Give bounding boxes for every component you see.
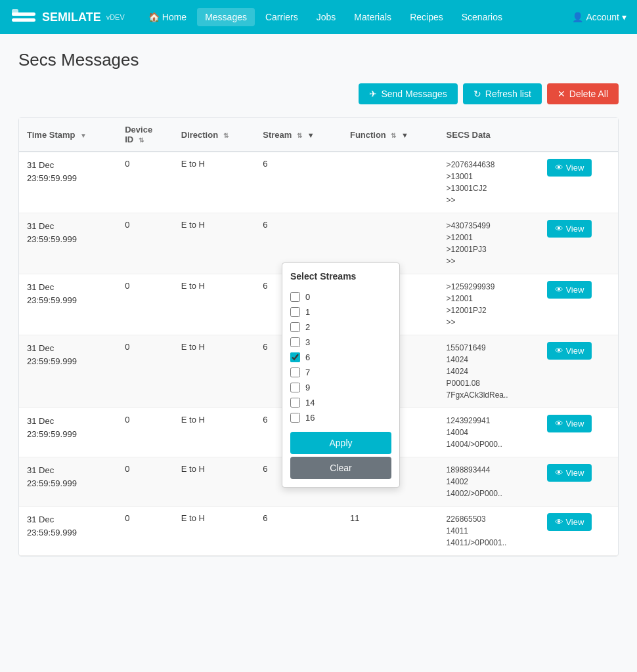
cell-secs-data-2: >1259299939>12001>12001PJ2>> <box>439 274 539 335</box>
view-button-5[interactable]: 👁 View <box>547 464 592 482</box>
page-title: Secs Messages <box>18 50 619 70</box>
filter-checkbox-14[interactable] <box>290 398 300 408</box>
svg-rect-2 <box>12 9 18 16</box>
cell-action-5: 👁 View <box>539 457 618 507</box>
filter-dropdown-title: Select Streams <box>290 271 391 282</box>
account-icon: 👤 <box>572 12 583 22</box>
brand-logo <box>11 7 37 27</box>
nav-jobs[interactable]: Jobs <box>309 8 344 26</box>
send-messages-label: Send Messages <box>381 89 447 99</box>
th-direction: Direction ⇅ <box>173 118 255 152</box>
view-button-0[interactable]: 👁 View <box>547 159 592 177</box>
svg-rect-1 <box>12 18 35 22</box>
filter-label-7: 7 <box>305 368 310 377</box>
filter-checkbox-9[interactable] <box>290 383 300 392</box>
table-row: 31 Dec23:59:59.9990E to H611226865503140… <box>19 507 618 556</box>
filter-option-1: 1 <box>290 304 391 320</box>
brand-version: vDEV <box>106 13 125 21</box>
cell-direction-4: E to H <box>173 408 255 457</box>
nav-messages[interactable]: Messages <box>197 8 255 26</box>
sort-icon-device-id[interactable]: ⇅ <box>139 136 144 144</box>
cell-direction-1: E to H <box>173 213 255 274</box>
cell-device-id-0: 0 <box>117 152 173 213</box>
cell-direction-6: E to H <box>173 507 255 556</box>
clear-filter-button[interactable]: Clear <box>290 457 391 479</box>
filter-option-7: 7 <box>290 365 391 380</box>
refresh-icon: ↻ <box>473 89 481 99</box>
cell-direction-3: E to H <box>173 335 255 408</box>
delete-all-label: Delete All <box>569 89 608 99</box>
function-filter-icon[interactable]: ▼ <box>401 131 408 139</box>
cell-secs-data-6: 2268655031401114011/>0P0001.. <box>439 507 539 556</box>
cell-direction-2: E to H <box>173 274 255 335</box>
filter-checkbox-16[interactable] <box>290 413 300 423</box>
sort-icon-stream[interactable]: ⇅ <box>297 132 302 139</box>
delete-icon: ✕ <box>558 89 565 99</box>
filter-checkbox-1[interactable] <box>290 307 300 317</box>
stream-filter-icon[interactable]: ▼ <box>307 131 315 139</box>
th-actions <box>539 118 618 152</box>
th-function-label: Function <box>350 130 386 140</box>
send-messages-button[interactable]: ✈ Send Messages <box>359 83 457 104</box>
cell-stream-6: 6 <box>255 507 342 556</box>
filter-checkbox-7[interactable] <box>290 368 300 377</box>
table-row: 31 Dec23:59:59.9990E to H6>2076344638>13… <box>19 152 618 213</box>
cell-timestamp-5: 31 Dec23:59:59.999 <box>19 457 117 507</box>
th-function: Function ⇅ ▼ <box>342 118 439 152</box>
apply-filter-button[interactable]: Apply <box>290 432 391 454</box>
delete-all-button[interactable]: ✕ Delete All <box>547 83 619 104</box>
filter-option-0: 0 <box>290 289 391 304</box>
view-button-3[interactable]: 👁 View <box>547 342 592 360</box>
cell-function-6: 11 <box>342 507 439 556</box>
cell-device-id-6: 0 <box>117 507 173 556</box>
sort-icon-function[interactable]: ⇅ <box>391 132 396 139</box>
filter-actions: Apply Clear <box>290 432 391 479</box>
account-menu[interactable]: 👤 Account ▾ <box>572 12 626 22</box>
filter-checkbox-6[interactable] <box>290 352 300 362</box>
cell-direction-0: E to H <box>173 152 255 213</box>
refresh-list-button[interactable]: ↻ Refresh list <box>463 83 542 104</box>
view-button-2[interactable]: 👁 View <box>547 281 592 299</box>
stream-filter-dropdown: Select Streams 01236791416 Apply Clear <box>282 262 400 488</box>
sort-icon-timestamp[interactable]: ▼ <box>80 132 87 139</box>
view-button-6[interactable]: 👁 View <box>547 513 592 531</box>
filter-label-16: 16 <box>305 413 315 423</box>
filter-option-2: 2 <box>290 320 391 335</box>
th-secs-data-label: SECS Data <box>447 130 491 140</box>
filter-label-14: 14 <box>305 398 315 408</box>
cell-secs-data-0: >2076344638>13001>13001CJ2>> <box>439 152 539 213</box>
filter-checkbox-3[interactable] <box>290 337 300 347</box>
brand-name: SEMILATE <box>42 10 101 24</box>
cell-timestamp-6: 31 Dec23:59:59.999 <box>19 507 117 556</box>
filter-label-3: 3 <box>305 337 310 347</box>
send-icon: ✈ <box>369 89 377 99</box>
cell-timestamp-2: 31 Dec23:59:59.999 <box>19 274 117 335</box>
filter-option-14: 14 <box>290 395 391 410</box>
filter-checkbox-0[interactable] <box>290 292 300 302</box>
nav-recipes[interactable]: Recipes <box>402 8 451 26</box>
brand: SEMILATE vDEV <box>11 7 125 27</box>
view-button-4[interactable]: 👁 View <box>547 415 592 432</box>
view-button-1[interactable]: 👁 View <box>547 220 592 238</box>
filter-checkbox-2[interactable] <box>290 322 300 332</box>
cell-action-3: 👁 View <box>539 335 618 408</box>
chevron-down-icon: ▾ <box>622 12 626 22</box>
cell-timestamp-3: 31 Dec23:59:59.999 <box>19 335 117 408</box>
cell-device-id-2: 0 <box>117 274 173 335</box>
cell-secs-data-5: 18988934441400214002/>0P000.. <box>439 457 539 507</box>
filter-label-9: 9 <box>305 383 310 392</box>
sort-icon-direction[interactable]: ⇅ <box>223 132 229 139</box>
cell-device-id-4: 0 <box>117 408 173 457</box>
nav-home[interactable]: 🏠 Home <box>141 8 194 26</box>
navbar: SEMILATE vDEV 🏠 Home Messages Carriers J… <box>0 0 637 34</box>
nav-scenarios[interactable]: Scenarios <box>454 8 510 26</box>
nav-links: 🏠 Home Messages Carriers Jobs Materials … <box>141 8 573 26</box>
cell-direction-5: E to H <box>173 457 255 507</box>
nav-carriers[interactable]: Carriers <box>257 8 306 26</box>
cell-timestamp-0: 31 Dec23:59:59.999 <box>19 152 117 213</box>
th-direction-label: Direction <box>181 130 218 140</box>
nav-materials[interactable]: Materials <box>346 8 399 26</box>
th-timestamp-label: Time Stamp <box>27 130 75 140</box>
refresh-list-label: Refresh list <box>485 89 531 99</box>
th-timestamp: Time Stamp ▼ <box>19 118 117 152</box>
